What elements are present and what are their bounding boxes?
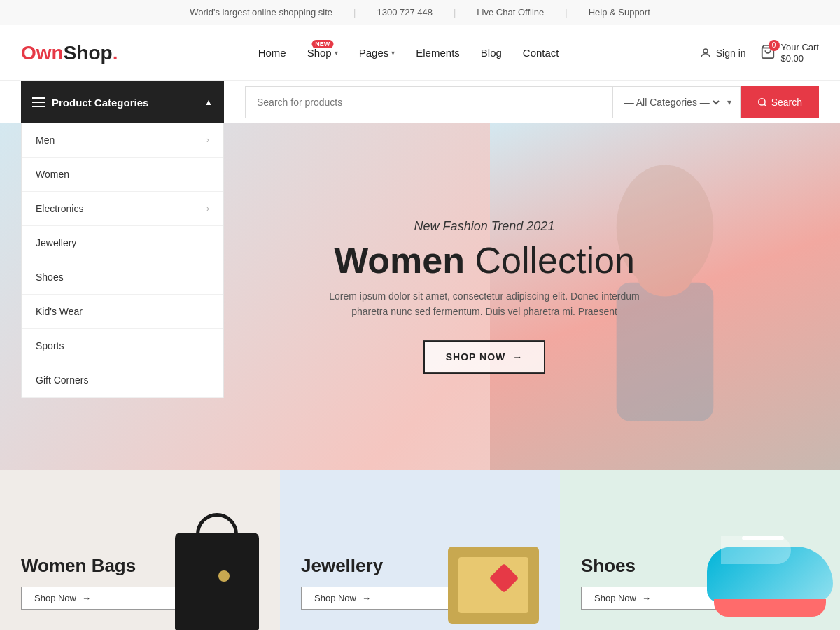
sidebar-item-men[interactable]: Men › — [22, 123, 223, 158]
svg-point-0 — [704, 49, 708, 53]
sidebar-item-giftcorners[interactable]: Gift Corners — [22, 363, 223, 398]
search-input-wrap — [245, 86, 613, 118]
nav-contact[interactable]: Contact — [523, 47, 559, 59]
sidebar-item-shoes[interactable]: Shoes — [22, 260, 223, 295]
hero-subtitle: New Fashion Trend 2021 — [323, 219, 645, 234]
nav-shop-link[interactable]: Shop — [307, 47, 332, 59]
cart-text: Your Cart $0.00 — [781, 42, 819, 64]
top-bar-phone: 1300 727 448 — [377, 7, 433, 18]
shoe-decoration — [707, 512, 840, 624]
top-bar-tagline: World's largest online shopping site — [190, 7, 332, 18]
cart-label: Your Cart — [781, 42, 819, 53]
jewellery-decoration — [448, 519, 553, 624]
nav-pages[interactable]: Pages ▾ — [359, 47, 396, 59]
sidebar-item-electronics[interactable]: Electronics › — [22, 192, 223, 226]
header: Own Shop . Home NEW Shop ▾ Pages ▾ Eleme… — [0, 25, 840, 81]
sidebar-header[interactable]: Product Categories ▲ — [21, 81, 224, 123]
hero-title-normal: Collection — [465, 240, 635, 281]
nav-pages-link[interactable]: Pages — [359, 47, 389, 59]
pages-chevron-icon: ▾ — [391, 49, 395, 57]
hero-description: Lorem ipsum dolor sit amet, consectetur … — [323, 288, 645, 320]
sidebar-chevron-up-icon: ▲ — [204, 97, 213, 107]
logo-dot: . — [113, 42, 118, 64]
search-input[interactable] — [257, 97, 601, 108]
cart-button[interactable]: 0 Your Cart $0.00 — [760, 42, 819, 64]
arrow-right-icon: → — [642, 593, 651, 603]
svg-point-6 — [637, 255, 692, 296]
category-sidebar: Product Categories ▲ Men › Women Electro… — [21, 81, 224, 398]
user-icon — [699, 47, 712, 59]
bag-decoration — [168, 505, 266, 630]
sidebar-item-label: Electronics — [36, 203, 83, 214]
sidebar-item-label: Shoes — [36, 272, 64, 283]
feature-card-shoes: Shoes Shop Now → — [560, 470, 840, 630]
sidebar-item-kidswear[interactable]: Kid's Wear — [22, 295, 223, 329]
new-badge: NEW — [312, 40, 333, 48]
nav-shop[interactable]: NEW Shop ▾ — [307, 47, 338, 59]
feature-card-shoes-cta: Shop Now — [594, 593, 636, 603]
sidebar-item-jewellery[interactable]: Jewellery — [22, 226, 223, 260]
feature-card-bags: Women Bags Shop Now → — [0, 470, 280, 630]
sidebar-item-label: Gift Corners — [36, 374, 88, 386]
hero-text: New Fashion Trend 2021 Women Collection … — [323, 219, 645, 374]
sidebar-item-label: Men — [36, 134, 55, 146]
sidebar-header-left: Product Categories — [32, 97, 148, 108]
sign-in-button[interactable]: Sign in — [699, 47, 746, 59]
main-nav: Home NEW Shop ▾ Pages ▾ Elements Blog Co… — [258, 47, 559, 59]
svg-point-2 — [758, 98, 764, 104]
category-chevron-icon: ▾ — [727, 97, 732, 107]
shop-chevron-icon: ▾ — [335, 49, 338, 57]
top-bar-chat: Live Chat Offline — [477, 7, 544, 18]
hero-shop-button[interactable]: SHOP NOW → — [424, 340, 546, 374]
sidebar-item-label: Sports — [36, 340, 64, 351]
sidebar-item-label: Women — [36, 169, 69, 180]
arrow-right-icon: → — [512, 351, 523, 363]
arrow-right-icon: → — [82, 593, 91, 603]
category-select-wrap[interactable]: — All Categories — ▾ — [613, 86, 741, 118]
sidebar-item-label: Kid's Wear — [36, 306, 83, 317]
feature-card-bags-cta: Shop Now — [34, 593, 76, 603]
cart-count-badge: 0 — [769, 40, 780, 51]
nav-blog[interactable]: Blog — [481, 47, 502, 59]
hero-title-bold: Women — [334, 240, 465, 281]
hero-title: Women Collection — [323, 239, 645, 281]
sidebar-item-sports[interactable]: Sports — [22, 329, 223, 363]
svg-line-3 — [764, 104, 766, 106]
search-icon — [757, 97, 767, 107]
search-area: Product Categories ▲ Men › Women Electro… — [0, 81, 840, 123]
logo[interactable]: Own Shop . — [21, 42, 118, 64]
top-bar-help: Help & Support — [589, 7, 650, 18]
sidebar-item-women[interactable]: Women — [22, 158, 223, 192]
chevron-right-icon: › — [206, 135, 209, 145]
hero-shop-button-label: SHOP NOW — [446, 351, 506, 363]
sign-in-label: Sign in — [716, 48, 746, 59]
top-bar: World's largest online shopping site | 1… — [0, 0, 840, 25]
feature-card-jewellery-cta: Shop Now — [314, 593, 356, 603]
logo-shop: Shop — [64, 42, 113, 64]
cart-total: $0.00 — [781, 53, 819, 64]
chevron-right-icon: › — [206, 204, 209, 214]
search-section: — All Categories — ▾ Search — [245, 81, 819, 122]
category-select[interactable]: — All Categories — — [622, 96, 722, 108]
logo-own: Own — [21, 42, 64, 64]
cart-icon-wrap: 0 — [760, 44, 776, 62]
search-button-label: Search — [771, 97, 802, 108]
hamburger-icon — [32, 97, 45, 107]
feature-cards: Women Bags Shop Now → Jewellery Shop Now… — [0, 470, 840, 630]
nav-home[interactable]: Home — [258, 47, 286, 59]
sidebar-item-label: Jewellery — [36, 237, 76, 248]
arrow-right-icon: → — [362, 593, 371, 603]
feature-card-jewellery: Jewellery Shop Now → — [280, 470, 560, 630]
sidebar-menu: Men › Women Electronics › Jewellery Shoe… — [21, 123, 224, 398]
search-button[interactable]: Search — [741, 86, 819, 118]
nav-elements[interactable]: Elements — [416, 47, 460, 59]
sidebar-title: Product Categories — [52, 97, 148, 108]
header-actions: Sign in 0 Your Cart $0.00 — [699, 42, 819, 64]
